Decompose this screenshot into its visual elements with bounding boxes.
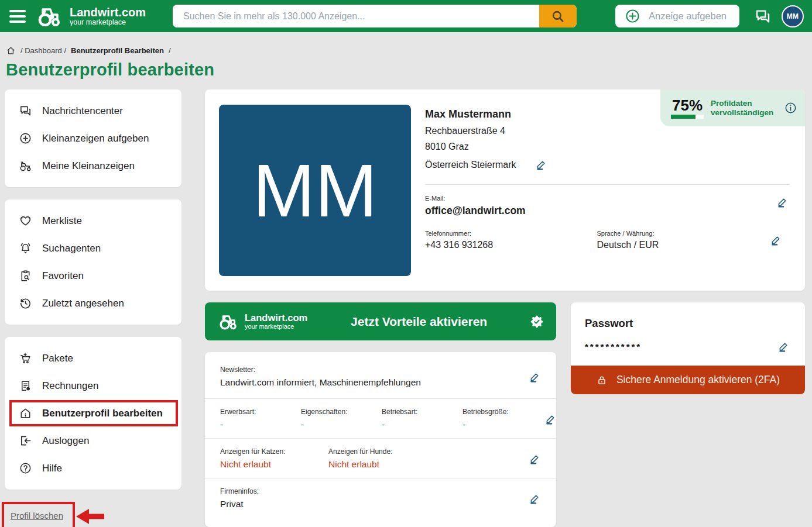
plus-circle-icon [19, 132, 32, 145]
breadcrumb-suffix: / [169, 46, 171, 55]
sidebar: Nachrichtencenter Kleinanzeigen aufgeben [5, 89, 181, 527]
banner-logo: Landwirt.com your marketplace [219, 313, 307, 330]
post-ad-button[interactable]: Anzeige aufgeben [615, 5, 739, 27]
profile-country: Österreich Steiermark [425, 160, 516, 170]
enable-2fa-button[interactable]: Sichere Anmeldung aktivieren (2FA) [571, 366, 805, 394]
enable-2fa-label: Sichere Anmeldung aktivieren (2FA) [616, 374, 780, 386]
delete-profile-highlight: Profil löschen [2, 502, 75, 527]
annotation-arrow-icon [76, 508, 105, 525]
benefits-banner[interactable]: Landwirt.com your marketplace Jetzt Vort… [205, 302, 556, 340]
completion-progress-bar [671, 115, 704, 119]
search-input[interactable] [173, 5, 539, 27]
phone-label: Telefonnummer: [425, 230, 597, 237]
breadcrumb: / Dashboard / Benutzerprofil Bearbeiten … [0, 32, 812, 56]
sidebar-item-label: Pakete [42, 353, 73, 364]
breadcrumb-prefix[interactable]: / Dashboard / [20, 46, 66, 55]
password-title: Passwort [585, 317, 791, 330]
landwirt-logo[interactable]: Landwirt.com your marketplace [37, 6, 146, 26]
eigenschaften-label: Eigenschaften: [301, 408, 382, 416]
post-ad-label: Anzeige aufgeben [649, 11, 727, 22]
erwerbsart-value: - [220, 419, 301, 430]
betriebsart-value: - [382, 419, 462, 430]
heart-icon [19, 214, 32, 228]
sidebar-item-rechnungen[interactable]: Rechnungen [5, 372, 181, 399]
sidebar-item-benutzerprofil-bearbeiten[interactable]: Benutzerprofil bearbeiten [12, 402, 176, 424]
sidebar-item-label: Suchagenten [42, 243, 101, 254]
sidebar-item-pakete[interactable]: Pakete [5, 345, 181, 372]
erwerbsart-label: Erwerbsart: [220, 408, 301, 416]
top-navigation-bar: Landwirt.com your marketplace Anzeige au… [0, 0, 812, 32]
house-info-icon [19, 407, 32, 420]
cart-plus-icon [19, 352, 32, 365]
sidebar-item-hilfe[interactable]: Hilfe [5, 454, 181, 482]
info-icon[interactable] [784, 101, 797, 115]
profile-details-card: Newsletter: Landwirt.com informiert, Mas… [205, 352, 556, 527]
hamburger-menu-icon[interactable] [9, 10, 26, 23]
sidebar-item-label: Favoriten [42, 270, 84, 282]
sidebar-group-3: Pakete Rechnungen [5, 337, 181, 490]
katzen-value: Nicht erlaubt [220, 459, 328, 470]
sidebar-item-label: Benutzerprofil bearbeiten [42, 408, 163, 419]
history-icon [19, 297, 32, 310]
profile-card: MM Max Mustermann Rechbauerstraße 4 8010… [205, 89, 805, 291]
messages-icon[interactable] [753, 8, 772, 25]
sidebar-item-kleinanzeigen-aufgeben[interactable]: Kleinanzeigen aufgeben [5, 125, 181, 152]
main-content: MM Max Mustermann Rechbauerstraße 4 8010… [205, 89, 805, 527]
katzen-label: Anzeigen für Katzen: [220, 447, 328, 456]
password-masked-value: *********** [585, 342, 642, 352]
password-card: Passwort *********** [571, 302, 805, 394]
delete-profile-row: Profil löschen [2, 502, 181, 527]
hunde-value: Nicht erlaubt [328, 459, 437, 470]
sidebar-item-meine-kleinanzeigen[interactable]: Meine Kleinanzeigen [5, 152, 181, 180]
sidebar-item-suchagenten[interactable]: Suchagenten [5, 235, 181, 262]
edit-pets-button[interactable] [527, 452, 542, 466]
edit-company-button[interactable] [527, 491, 542, 506]
sidebar-item-label: Hilfe [42, 463, 62, 474]
chat-icon [19, 104, 32, 118]
edit-address-button[interactable] [534, 157, 549, 172]
edit-email-button[interactable] [775, 195, 790, 209]
tractor-logo-icon [37, 6, 64, 26]
edit-password-button[interactable] [776, 339, 791, 354]
sidebar-item-nachrichtencenter[interactable]: Nachrichtencenter [5, 97, 181, 125]
active-item-highlight: Benutzerprofil bearbeiten [9, 400, 178, 426]
profile-avatar[interactable]: MM [219, 105, 411, 276]
search-button[interactable] [539, 5, 577, 27]
sidebar-item-ausloggen[interactable]: Ausloggen [5, 427, 181, 454]
sidebar-item-zuletzt-angesehen[interactable]: Zuletzt angesehen [5, 290, 181, 317]
divider [425, 184, 790, 185]
edit-farm-data-button[interactable] [543, 412, 556, 426]
breadcrumb-current: Benutzerprofil Bearbeiten [71, 46, 164, 55]
sidebar-item-label: Ausloggen [42, 435, 89, 447]
firmeninfos-label: Firmeninfos: [220, 487, 527, 495]
sidebar-item-merkliste[interactable]: Merkliste [5, 207, 181, 235]
badge-check-icon [530, 315, 543, 328]
lock-icon [596, 374, 608, 386]
sidebar-item-favoriten[interactable]: Favoriten [5, 262, 181, 290]
betriebsgroesse-label: Betriebsgröße: [462, 408, 543, 416]
delete-profile-link[interactable]: Profil löschen [11, 511, 63, 521]
pets-row: Anzeigen für Katzen: Nicht erlaubt Anzei… [205, 438, 556, 478]
search-icon [550, 9, 566, 24]
phone-value: +43 316 931268 [425, 240, 597, 250]
page-title: Benutzerprofil bearbeiten [0, 56, 812, 89]
help-icon [19, 461, 32, 475]
tractor-logo-icon [219, 314, 240, 330]
sidebar-item-label: Zuletzt angesehen [42, 298, 124, 309]
sidebar-item-label: Merkliste [42, 215, 82, 227]
edit-newsletter-button[interactable] [527, 370, 542, 384]
user-avatar[interactable]: MM [782, 5, 804, 27]
betriebsart-label: Betriebsart: [382, 408, 462, 416]
logo-subtitle: your marketplace [70, 19, 146, 26]
bell-icon [19, 242, 32, 255]
profile-street: Rechbauerstraße 4 [425, 126, 790, 136]
sidebar-item-label: Rechnungen [42, 380, 98, 392]
search-bar [173, 5, 577, 27]
tractor-icon [19, 159, 32, 173]
sidebar-group-2: Merkliste Suchagenten [5, 199, 181, 325]
newsletter-row: Newsletter: Landwirt.com informiert, Mas… [205, 352, 556, 398]
newsletter-label: Newsletter: [220, 366, 527, 374]
home-icon[interactable] [6, 46, 16, 56]
profile-completion-badge[interactable]: 75% Profildaten vervollständigen [660, 89, 805, 126]
edit-language-button[interactable] [769, 233, 790, 247]
